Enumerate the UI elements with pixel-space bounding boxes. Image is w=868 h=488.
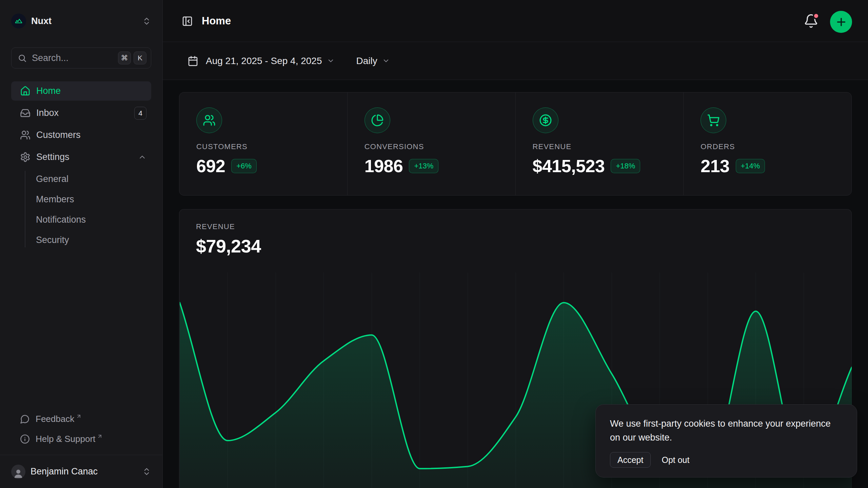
subnav-guide-line — [25, 171, 25, 247]
sub-item-label: Notifications — [36, 215, 86, 225]
stat-label: CONVERSIONS — [364, 142, 515, 151]
stat-value: 692 — [196, 156, 225, 176]
search-input[interactable]: Search... ⌘ K — [11, 47, 151, 68]
sidebar-item-inbox[interactable]: Inbox 4 — [11, 103, 151, 123]
sidebar-spacer — [0, 250, 162, 411]
kbd-k: K — [134, 52, 146, 64]
kbd-meta: ⌘ — [118, 52, 131, 64]
dollar-circle-icon — [533, 107, 558, 133]
sub-item-label: General — [36, 174, 68, 184]
page-title: Home — [202, 15, 231, 27]
sidebar-item-home[interactable]: Home — [11, 81, 151, 101]
collapse-sidebar-icon[interactable] — [182, 16, 193, 27]
stat-label: REVENUE — [533, 142, 684, 151]
chevron-down-icon — [382, 57, 390, 65]
sub-item-label: Members — [36, 194, 74, 205]
stat-value: 213 — [701, 156, 729, 176]
sidebar-item-general[interactable]: General — [11, 169, 151, 189]
chevron-down-icon — [327, 57, 335, 65]
nuxt-logo-icon — [11, 14, 26, 28]
granularity-select[interactable]: Daily — [356, 56, 390, 66]
info-circle-icon — [20, 434, 30, 444]
stat-revenue[interactable]: REVENUE $415,523 +18% — [515, 93, 684, 195]
gear-icon — [20, 152, 31, 162]
chart-total-value: $79,234 — [196, 236, 851, 257]
add-button[interactable] — [830, 11, 852, 33]
filters-toolbar: Aug 21, 2025 - Sep 4, 2025 Daily — [163, 42, 868, 80]
users-icon — [20, 130, 31, 140]
external-link-icon — [97, 433, 103, 439]
sidebar-footer-links: Feedback Help & Support — [11, 411, 151, 447]
workspace-switcher[interactable]: Nuxt — [11, 12, 151, 30]
sidebar-item-settings[interactable]: Settings — [11, 147, 151, 167]
sidebar-item-notifications[interactable]: Notifications — [11, 209, 151, 230]
stat-delta-badge: +18% — [611, 159, 640, 173]
search-placeholder: Search... — [32, 53, 68, 63]
granularity-label: Daily — [356, 56, 377, 66]
stats-card: CUSTOMERS 692 +6% CONVERSIONS 1986 +13% … — [179, 92, 852, 196]
user-menu[interactable]: Benjamin Canac — [0, 455, 162, 488]
cookie-message: We use first-party cookies to enhance yo… — [610, 417, 843, 445]
home-icon — [20, 86, 31, 96]
avatar — [11, 465, 25, 479]
notification-dot — [813, 13, 820, 19]
chart-title: REVENUE — [196, 222, 851, 231]
sidebar: Nuxt Search... ⌘ K Home — [0, 0, 163, 488]
users-icon — [196, 107, 222, 133]
search-icon — [18, 54, 27, 63]
chat-bubble-icon — [20, 414, 30, 424]
cookie-banner: We use first-party cookies to enhance yo… — [595, 404, 857, 477]
date-range-picker[interactable]: Aug 21, 2025 - Sep 4, 2025 — [188, 56, 335, 66]
stat-orders[interactable]: ORDERS 213 +14% — [683, 93, 851, 195]
sidebar-item-customers[interactable]: Customers — [11, 125, 151, 145]
stat-delta-badge: +6% — [231, 159, 257, 173]
calendar-icon — [188, 56, 198, 66]
app-root: Nuxt Search... ⌘ K Home — [0, 0, 868, 488]
stat-delta-badge: +14% — [736, 159, 765, 173]
sidebar-item-label: Settings — [36, 152, 70, 162]
workspace-name: Nuxt — [31, 16, 52, 26]
inbox-icon — [20, 108, 31, 118]
stat-label: CUSTOMERS — [196, 142, 347, 151]
sidebar-item-security[interactable]: Security — [11, 230, 151, 250]
accept-cookies-button[interactable]: Accept — [610, 452, 651, 468]
feedback-link[interactable]: Feedback — [11, 411, 151, 427]
sidebar-item-label: Home — [36, 86, 61, 96]
pie-chart-icon — [364, 107, 390, 133]
date-range-label: Aug 21, 2025 - Sep 4, 2025 — [206, 56, 322, 66]
external-link-icon — [76, 413, 82, 419]
sidebar-item-label: Inbox — [36, 108, 59, 118]
help-support-link[interactable]: Help & Support — [11, 431, 151, 447]
shopping-cart-icon — [701, 107, 726, 133]
inbox-count-badge: 4 — [134, 107, 146, 120]
sidebar-item-members[interactable]: Members — [11, 189, 151, 209]
link-label: Help & Support — [36, 434, 95, 444]
link-label: Feedback — [36, 414, 74, 424]
stat-label: ORDERS — [701, 142, 851, 151]
chevron-up-icon — [138, 153, 146, 161]
search-kbd-hints: ⌘ K — [118, 52, 146, 64]
notifications-bell-button[interactable] — [804, 14, 818, 28]
page-header: Home — [163, 0, 868, 42]
stat-value: $415,523 — [533, 156, 605, 176]
sub-item-label: Security — [36, 235, 69, 245]
chevrons-up-down-icon — [142, 467, 151, 476]
sidebar-item-label: Customers — [36, 130, 81, 140]
stat-customers[interactable]: CUSTOMERS 692 +6% — [179, 93, 347, 195]
chevrons-up-down-icon — [142, 17, 151, 26]
optout-cookies-button[interactable]: Opt out — [662, 455, 689, 465]
stat-conversions[interactable]: CONVERSIONS 1986 +13% — [347, 93, 515, 195]
stat-value: 1986 — [364, 156, 403, 176]
stat-delta-badge: +13% — [409, 159, 438, 173]
settings-subnav: General Members Notifications Security — [11, 169, 151, 250]
sidebar-nav: Home Inbox 4 Customers Settings — [11, 81, 151, 167]
user-name: Benjamin Canac — [31, 466, 98, 477]
